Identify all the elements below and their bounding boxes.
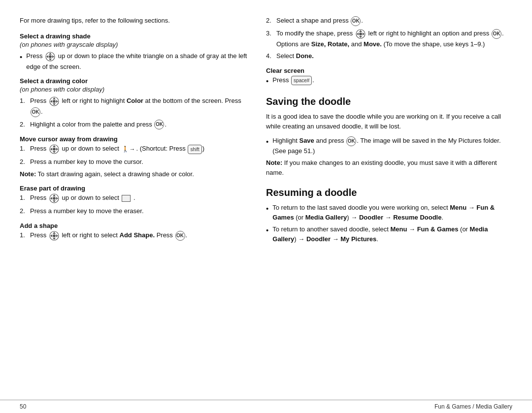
svg-point-29 (53, 234, 56, 237)
left-column: For more drawing tips, refer to the foll… (20, 16, 251, 390)
svg-marker-8 (53, 103, 56, 105)
ok-btn-r2: OK (351, 16, 361, 26)
svg-point-17 (53, 148, 56, 151)
num-2: 2. (20, 120, 28, 129)
erase-item-2: 2. Press a number key to move the eraser… (20, 206, 251, 216)
shape-select-3: 3. To modify the shape, press left or ri… (266, 29, 507, 49)
color-item-2: 2. Highlight a color from the palette an… (20, 120, 251, 130)
shape-select-text-4: Select Done. (276, 51, 314, 61)
shade-bullet: • Press up or down to place the white tr… (20, 51, 251, 72)
svg-marker-20 (53, 200, 56, 202)
footer: 50 Fun & Games / Media Gallery (0, 400, 532, 413)
num-r4: 4. (266, 51, 274, 61)
shade-bullet-text: Press up or down to place the white tria… (26, 51, 251, 72)
resuming-bullet-1: • To return to the last saved doodle you… (266, 203, 507, 222)
footer-page-num: 50 (20, 403, 26, 410)
num-r2: 2. (266, 16, 274, 26)
space-key: space# (291, 76, 312, 85)
num-r3: 3. (266, 29, 274, 38)
right-column: 2. Select a shape and press OK. 3. To mo… (266, 16, 507, 390)
shift-key: shift (188, 145, 201, 154)
bullet-dot-saving: • (266, 136, 268, 147)
resuming-bullet-2: • To return to another saved doodle, sel… (266, 224, 507, 244)
move-heading: Move cursor away from drawing (20, 135, 251, 143)
nav-icon-color (49, 96, 60, 107)
nav-icon-shape (49, 230, 60, 241)
saving-bullet: • Highlight Save and press OK. The image… (266, 136, 507, 156)
svg-marker-34 (363, 32, 365, 35)
ok-btn-2: OK (154, 120, 164, 129)
color-subheading: (on phones with color display) (20, 86, 251, 93)
shape-item-1: 1. Press left or right to select Add Sha… (20, 230, 251, 241)
nav-icon-erase (49, 193, 60, 204)
page: For more drawing tips, refer to the foll… (0, 0, 532, 413)
erase-heading: Erase part of drawing (20, 185, 251, 192)
svg-marker-19 (53, 194, 56, 196)
nav-icon-move (49, 144, 60, 155)
saving-text: It is a good idea to save the doodle whi… (266, 112, 507, 132)
erase-text-2: Press a number key to move the eraser. (30, 206, 144, 216)
shape-text-1: Press left or right to select Add Shape.… (30, 230, 187, 241)
svg-marker-16 (56, 148, 58, 151)
eraser-symbol (122, 195, 131, 202)
svg-marker-25 (53, 232, 56, 234)
num-e2: 2. (20, 206, 28, 216)
num-m1: 1. (20, 144, 28, 154)
erase-item-1: 1. Press up or down to select (20, 193, 251, 204)
resuming-heading: Resuming a doodle (266, 186, 507, 199)
color-text-1: Press left or right to highlight Color a… (30, 96, 251, 117)
shape-select-text-2: Select a shape and press OK. (276, 16, 363, 26)
svg-marker-4 (52, 55, 54, 58)
ok-btn-r3: OK (492, 29, 501, 39)
clear-heading: Clear screen (266, 67, 507, 74)
svg-point-11 (53, 100, 56, 103)
svg-marker-10 (56, 100, 58, 103)
move-item-2: 2. Press a number key to move the cursor… (20, 157, 251, 167)
svg-marker-3 (46, 55, 48, 58)
saving-bullet-text: Highlight Save and press OK. The image w… (272, 136, 507, 156)
svg-marker-14 (53, 151, 56, 153)
bullet-dot-r2: • (266, 225, 268, 235)
svg-marker-26 (53, 238, 56, 240)
svg-marker-15 (50, 148, 52, 151)
shape-select-4: 4. Select Done. (266, 51, 507, 61)
shape-heading: Add a shape (20, 222, 251, 229)
svg-marker-32 (359, 36, 362, 38)
svg-marker-27 (50, 234, 52, 237)
svg-point-23 (53, 197, 56, 200)
saving-note: Note: If you make changes to an existing… (266, 158, 507, 177)
svg-marker-7 (53, 97, 56, 99)
shade-subheading: (on phones with grayscale display) (20, 41, 251, 48)
ok-btn: OK (31, 107, 40, 117)
move-item-1: 1. Press up or down to select 🚶→. (20, 144, 251, 155)
ok-btn-save: OK (346, 136, 356, 146)
resuming-text-1: To return to the last saved doodle you w… (272, 203, 507, 222)
move-text-2: Press a number key to move the cursor. (30, 157, 143, 167)
num-s1: 1. (20, 230, 28, 240)
color-item-1: 1. Press left or right to highlight Colo… (20, 96, 251, 117)
clear-text: Press space#. (272, 75, 314, 85)
num-e1: 1. (20, 193, 28, 203)
nav-icon-modify (355, 29, 366, 39)
clear-bullet: • Press space#. (266, 75, 507, 86)
cursor-symbol: 🚶→ (122, 145, 135, 154)
footer-section: Fun & Games / Media Gallery (434, 403, 512, 410)
svg-marker-31 (359, 30, 362, 32)
content-area: For more drawing tips, refer to the foll… (0, 0, 532, 400)
resuming-text-2: To return to another saved doodle, selec… (272, 224, 507, 244)
intro-text: For more drawing tips, refer to the foll… (20, 16, 251, 26)
svg-marker-21 (50, 197, 52, 200)
bullet-dot: • (20, 52, 22, 62)
move-note: Note: To start drawing again, select a d… (20, 169, 251, 179)
svg-marker-2 (49, 59, 52, 61)
svg-marker-22 (56, 197, 58, 200)
bullet-dot-clear: • (266, 76, 268, 86)
svg-point-35 (359, 32, 362, 35)
svg-point-5 (49, 55, 52, 58)
svg-marker-13 (53, 145, 56, 147)
num-m2: 2. (20, 157, 28, 167)
saving-heading: Saving the doodle (266, 95, 507, 108)
num-1: 1. (20, 96, 28, 106)
shape-select-2: 2. Select a shape and press OK. (266, 16, 507, 26)
svg-marker-9 (50, 100, 52, 103)
